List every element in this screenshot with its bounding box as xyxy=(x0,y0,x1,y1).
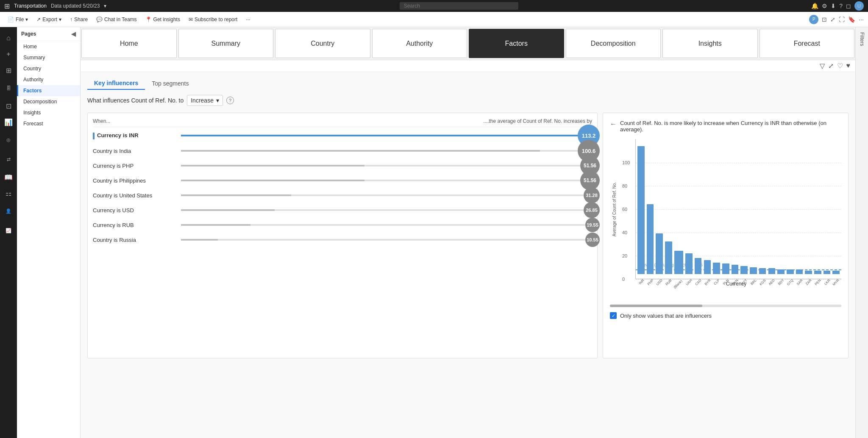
influencer-row-1[interactable]: Country is India100.6 xyxy=(93,148,592,154)
influencer-label-0: Currency is INR xyxy=(93,132,178,139)
bar-col-17[interactable]: SAR xyxy=(795,139,804,279)
bar-col-19[interactable]: PEN xyxy=(813,139,822,279)
search-input[interactable] xyxy=(400,2,518,10)
bar-col-7[interactable]: BYR xyxy=(703,139,712,279)
tab-authority[interactable]: Authority xyxy=(372,29,467,58)
bar-col-20[interactable]: LKR xyxy=(823,139,832,279)
influencer-row-6[interactable]: Currency is RUB19.55 xyxy=(93,222,592,228)
expand-visual-icon[interactable]: ⤢ xyxy=(828,62,834,70)
bar-col-3[interactable]: RUB xyxy=(664,139,673,279)
more-button[interactable]: ··· xyxy=(242,15,253,24)
back-arrow-icon[interactable]: ← xyxy=(610,120,617,128)
help-icon[interactable]: ? xyxy=(839,3,843,9)
tab-country[interactable]: Country xyxy=(275,29,370,58)
bar-col-9[interactable]: PLN xyxy=(721,139,730,279)
ki-tab-key-influencers[interactable]: Key influencers xyxy=(87,77,145,90)
bar-col-21[interactable]: MYR xyxy=(832,139,840,279)
y-tick-60: 60 xyxy=(622,207,627,212)
sidebar-home-icon[interactable]: ⌂ xyxy=(1,30,16,46)
view-options-icon[interactable]: ⊡ xyxy=(822,16,827,23)
file-icon: 📄 xyxy=(8,17,14,22)
influencer-row-7[interactable]: Country is Russia10.55 xyxy=(93,237,592,243)
sidebar-apps-icon[interactable]: ⊡ xyxy=(1,98,16,114)
influencer-row-2[interactable]: Currency is PHP51.56 xyxy=(93,163,592,169)
bar-col-5[interactable]: UAH xyxy=(684,139,693,279)
more-visual-icon[interactable]: ♥ xyxy=(846,62,851,70)
file-chevron: ▾ xyxy=(25,17,28,22)
sidebar-transportation-icon[interactable]: 📈 xyxy=(1,221,16,240)
scrollbar-thumb[interactable] xyxy=(610,305,702,307)
sidebar-onelake-icon[interactable]: 🗄 xyxy=(1,79,16,97)
bar-col-1[interactable]: PHP xyxy=(646,139,655,279)
bar-col-13[interactable]: KGS xyxy=(758,139,767,279)
page-item-decomposition[interactable]: Decomposition xyxy=(17,96,80,107)
bookmark-icon[interactable]: 🔖 xyxy=(848,16,855,23)
subscribe-button[interactable]: ✉ Subscribe to report xyxy=(185,15,241,24)
insights-icon: 📍 xyxy=(145,17,152,22)
user-avatar[interactable]: U xyxy=(854,1,864,11)
export-button[interactable]: ↗ Export ▾ xyxy=(33,15,65,24)
page-item-authority[interactable]: Authority xyxy=(17,74,80,85)
influencer-row-0[interactable]: Currency is INR113.2 xyxy=(93,132,592,139)
influencer-row-3[interactable]: Country is Philippines51.56 xyxy=(93,177,592,184)
bar-col-15[interactable]: BDT xyxy=(776,139,785,279)
share-button[interactable]: ↑ Share xyxy=(67,15,91,24)
sidebar-monitoring-icon[interactable]: ◎ xyxy=(1,130,16,149)
influencer-row-4[interactable]: Country is United States31.28 xyxy=(93,192,592,199)
bar-col-12[interactable]: BRL xyxy=(749,139,758,279)
sidebar-create-icon[interactable]: + xyxy=(1,47,16,62)
filter-icon[interactable]: ▽ xyxy=(820,62,825,70)
bar-col-2[interactable]: USD xyxy=(655,139,664,279)
influencer-row-5[interactable]: Currency is USD26.85 xyxy=(93,207,592,213)
sidebar-learn-icon[interactable]: 📖 xyxy=(1,169,16,185)
sidebar-myworkspace-icon[interactable]: 👤 xyxy=(1,202,16,220)
bar-col-6[interactable]: CAD xyxy=(694,139,703,279)
expand-icon[interactable]: ⤢ xyxy=(830,16,835,23)
bar-col-18[interactable]: ZAR xyxy=(804,139,813,279)
download-icon[interactable]: ⬇ xyxy=(831,3,836,9)
fullscreen-icon[interactable]: ⛶ xyxy=(839,16,845,23)
page-item-country[interactable]: Country xyxy=(17,63,80,74)
page-item-forecast[interactable]: Forecast xyxy=(17,118,80,129)
sidebar-workspaces-icon[interactable]: ⚏ xyxy=(1,186,16,201)
ellipsis-icon[interactable]: ··· xyxy=(859,16,864,23)
bar-col-14[interactable]: AED xyxy=(767,139,776,279)
bar-col-11[interactable]: KZT xyxy=(740,139,748,279)
only-influencers-checkbox[interactable]: ✓ xyxy=(610,312,617,319)
bar-col-0[interactable]: INR xyxy=(637,139,645,279)
tab-forecast[interactable]: Forecast xyxy=(760,29,855,58)
page-item-home[interactable]: Home xyxy=(17,41,80,52)
bar-col-4[interactable]: (Blank) xyxy=(673,139,684,279)
pages-collapse-icon[interactable]: ◀ xyxy=(71,30,76,37)
subscribe-icon: ✉ xyxy=(189,17,193,22)
bar-col-16[interactable]: GTQ xyxy=(786,139,795,279)
get-insights-button[interactable]: 📍 Get insights xyxy=(142,15,184,24)
bar-fill-3 xyxy=(181,180,364,181)
influence-dropdown[interactable]: Increase ▾ xyxy=(187,95,223,106)
ki-tab-top-segments[interactable]: Top segments xyxy=(145,77,195,90)
scrollbar-track[interactable] xyxy=(610,305,841,307)
y-tick-80: 80 xyxy=(622,183,627,189)
page-item-insights[interactable]: Insights xyxy=(17,107,80,118)
chat-in-teams-button[interactable]: 💬 Chat in Teams xyxy=(93,15,140,24)
bar-col-8[interactable]: CLP xyxy=(712,139,721,279)
sidebar-deployment-icon[interactable]: ⇄ xyxy=(1,150,16,169)
what-influences-label: What influences Count of Ref. No. to xyxy=(87,97,184,104)
sidebar-metrics-icon[interactable]: 📊 xyxy=(1,114,16,130)
tab-summary[interactable]: Summary xyxy=(178,29,274,58)
bar-col-10[interactable]: BYN xyxy=(731,139,740,279)
file-button[interactable]: 📄 File ▾ xyxy=(4,15,31,24)
notification-icon[interactable]: 🔔 xyxy=(811,3,818,9)
sidebar-browse-icon[interactable]: ⊞ xyxy=(1,63,16,78)
tab-insights[interactable]: Insights xyxy=(662,29,758,58)
page-item-summary[interactable]: Summary xyxy=(17,52,80,63)
tab-home[interactable]: Home xyxy=(81,29,177,58)
tab-factors[interactable]: Factors xyxy=(469,29,564,58)
help-question-icon[interactable]: ? xyxy=(226,97,234,104)
update-chevron[interactable]: ▾ xyxy=(104,3,106,9)
tab-decomposition[interactable]: Decomposition xyxy=(566,29,661,58)
bookmark-visual-icon[interactable]: ♡ xyxy=(837,62,843,70)
page-item-factors[interactable]: Factors xyxy=(17,85,80,96)
maximize-icon[interactable]: ◻ xyxy=(846,3,851,9)
settings-icon[interactable]: ⚙ xyxy=(822,3,827,9)
